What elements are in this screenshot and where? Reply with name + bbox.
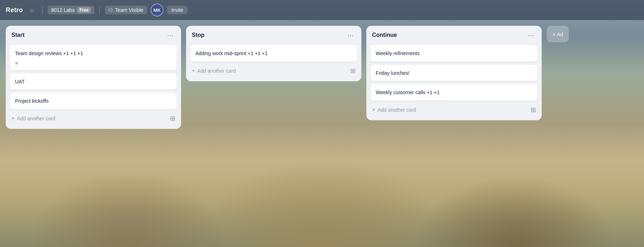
card-uat-text: UAT [15, 78, 172, 86]
add-card-start[interactable]: + Add another card ⊞ [10, 112, 177, 125]
card-adding-work-text: Adding work mid-sprint +1 +1 +1 [195, 50, 352, 57]
add-card-continue[interactable]: + Add another card ⊞ [371, 104, 537, 116]
card-friday-lunches-text: Friday lunches! [376, 70, 532, 77]
add-card-continue-label: Add another card [377, 107, 416, 113]
add-card-stop-left: + Add another card [192, 68, 236, 74]
column-stop-header: Stop ··· [190, 31, 357, 42]
add-card-stop-label: Add another card [197, 68, 235, 74]
add-list-button[interactable]: + Ad [547, 26, 569, 42]
topbar-divider-2 [99, 6, 100, 14]
card-weekly-customer-calls[interactable]: Weekly customer calls +1 +1 [371, 84, 537, 101]
workspace-badge[interactable]: 8012 Labs Free [48, 6, 94, 14]
column-continue-menu[interactable]: ··· [526, 31, 536, 39]
avatar-initials: MK [153, 8, 161, 13]
card-friday-lunches[interactable]: Friday lunches! [371, 65, 537, 82]
add-card-template-icon[interactable]: ⊞ [170, 115, 175, 122]
workspace-name: 8012 Labs [51, 7, 74, 13]
column-continue-title: Continue [372, 32, 397, 38]
avatar-decoration: 〜〜 [154, 13, 160, 17]
card-adding-work[interactable]: Adding work mid-sprint +1 +1 +1 [190, 45, 357, 62]
visibility-label: Team Visible [115, 7, 143, 13]
people-icon: ⚇ [108, 7, 113, 13]
column-stop-title: Stop [192, 32, 205, 38]
add-card-continue-template-icon[interactable]: ⊞ [531, 106, 536, 114]
column-continue: Continue ··· Weekly refinements Friday l… [366, 26, 542, 120]
workspace-plan: Free [77, 7, 91, 13]
board-content: Start ··· Team design reviews +1 +1 +1 ≡… [0, 20, 644, 247]
add-list-label: + Ad [552, 31, 563, 37]
column-start-header: Start ··· [10, 31, 177, 42]
card-weekly-refinements-text: Weekly refinements [376, 50, 532, 57]
visibility-button[interactable]: ⚇ Team Visible [105, 6, 147, 14]
board-title: Retro [6, 6, 23, 14]
add-card-stop-template-icon[interactable]: ⊞ [350, 67, 356, 75]
add-card-stop[interactable]: + Add another card ⊞ [190, 65, 357, 77]
card-weekly-refinements[interactable]: Weekly refinements [371, 45, 537, 62]
column-start-title: Start [11, 32, 24, 38]
card-uat[interactable]: UAT [10, 73, 177, 90]
add-card-continue-left: + Add another card [372, 107, 416, 113]
card-project-kickoffs[interactable]: Project kickoffs [10, 93, 177, 110]
star-icon[interactable]: ☆ [26, 5, 37, 15]
column-continue-header: Continue ··· [371, 31, 537, 42]
topbar: Retro ☆ 8012 Labs Free ⚇ Team Visible MK… [0, 0, 644, 20]
add-card-start-left: + Add another card [11, 115, 55, 122]
add-card-continue-plus-icon: + [372, 107, 375, 113]
topbar-divider [42, 6, 43, 14]
column-start-menu[interactable]: ··· [165, 31, 175, 39]
add-card-plus-icon: + [11, 115, 15, 122]
card-weekly-customer-calls-text: Weekly customer calls +1 +1 [376, 89, 532, 96]
card-project-kickoffs-text: Project kickoffs [15, 98, 172, 105]
add-card-start-label: Add another card [17, 116, 55, 121]
card-team-design[interactable]: Team design reviews +1 +1 +1 ≡ [10, 45, 177, 71]
column-stop: Stop ··· Adding work mid-sprint +1 +1 +1… [186, 26, 361, 81]
card-desc-icon: ≡ [15, 60, 172, 66]
invite-button[interactable]: Invite [167, 6, 187, 14]
card-team-design-text: Team design reviews +1 +1 +1 [15, 50, 172, 57]
add-card-stop-plus-icon: + [192, 68, 195, 74]
avatar[interactable]: MK 〜〜 [151, 4, 164, 16]
column-start: Start ··· Team design reviews +1 +1 +1 ≡… [6, 26, 181, 129]
column-stop-menu[interactable]: ··· [345, 31, 356, 39]
